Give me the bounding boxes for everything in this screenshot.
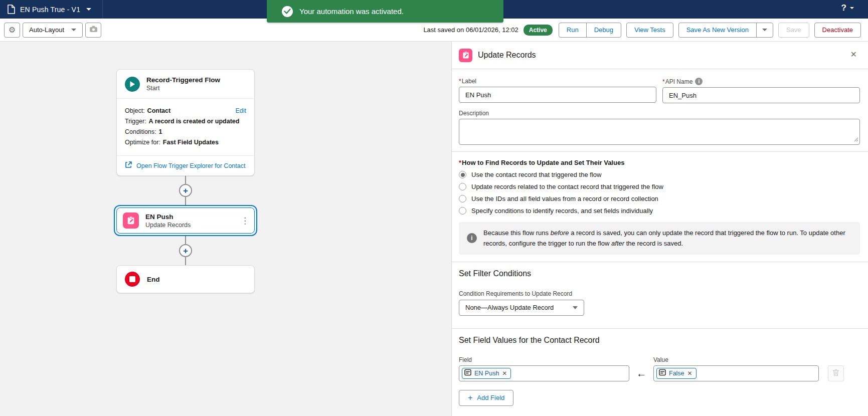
- connector-line: [185, 176, 186, 184]
- connector: +: [179, 176, 192, 205]
- end-stop-icon: [125, 272, 140, 287]
- open-flow-trigger-explorer-link[interactable]: Open Flow Trigger Explorer for Contact: [136, 162, 245, 169]
- radio-icon: [459, 171, 466, 178]
- radio-option-triggering-record[interactable]: Use the contact record that triggered th…: [459, 171, 860, 178]
- deactivate-button[interactable]: Deactivate: [814, 23, 861, 38]
- dropdown-selected-value: None—Always Update Record: [465, 304, 554, 311]
- update-node-subtitle: Update Records: [145, 222, 191, 229]
- panel-header: Update Records ✕: [452, 42, 868, 69]
- connector: +: [179, 236, 192, 265]
- filter-conditions-heading: Set Filter Conditions: [459, 269, 860, 278]
- field-values-section: Set Field Values for the Contact Record …: [452, 329, 868, 413]
- how-to-find-label: *How to Find Records to Update and Set T…: [459, 159, 860, 166]
- info-icon: i: [467, 233, 477, 243]
- connector-line: [185, 197, 186, 205]
- status-badge: Active: [524, 25, 553, 36]
- update-records-node[interactable]: EN Push Update Records ⋮: [116, 207, 255, 234]
- remove-pill-icon[interactable]: ✕: [687, 370, 692, 376]
- help-menu[interactable]: ?: [841, 3, 854, 13]
- trash-icon: [832, 369, 839, 378]
- start-node-details: Object: Contact Edit Trigger: A record i…: [117, 99, 254, 156]
- flow-column: Record-Triggered Flow Start Object: Cont…: [116, 69, 255, 293]
- remove-pill-icon[interactable]: ✕: [502, 370, 507, 376]
- condition-requirements-dropdown[interactable]: None—Always Update Record: [459, 300, 584, 316]
- flow-title-menu-caret-icon[interactable]: [86, 8, 91, 11]
- info-note: i Because this flow runs before a record…: [459, 222, 860, 255]
- api-name-field-label: *API Name i: [662, 78, 860, 85]
- settings-button[interactable]: ⚙: [4, 23, 20, 38]
- condition-requirements-label: Condition Requirements to Update Record: [459, 290, 860, 297]
- resize-grip-icon[interactable]: [854, 136, 858, 143]
- value-input[interactable]: False ✕: [653, 365, 819, 381]
- flow-title: EN Push True - V1: [20, 6, 80, 14]
- node-menu-kebab-icon[interactable]: ⋮: [241, 216, 249, 226]
- layout-selector[interactable]: Auto-Layout: [23, 23, 83, 38]
- gear-icon: ⚙: [9, 26, 16, 34]
- value-pill[interactable]: False ✕: [656, 368, 697, 379]
- save-as-new-version-group: Save As New Version: [678, 23, 773, 38]
- add-element-button[interactable]: +: [179, 184, 192, 197]
- debug-button[interactable]: Debug: [586, 23, 621, 38]
- section-divider: [452, 69, 868, 69]
- external-link-icon: [125, 161, 132, 170]
- save-options-caret-button[interactable]: [756, 23, 773, 38]
- start-node-footer: Open Flow Trigger Explorer for Contact: [117, 156, 254, 175]
- label-field-label: *Label: [459, 78, 656, 85]
- info-icon[interactable]: i: [695, 78, 703, 85]
- radio-icon: [459, 207, 466, 215]
- update-records-icon: [459, 49, 472, 62]
- help-icon: ?: [841, 3, 846, 13]
- chevron-down-icon: [71, 29, 76, 31]
- edit-link[interactable]: Edit: [235, 107, 246, 114]
- update-records-icon: [123, 213, 139, 229]
- view-tests-button[interactable]: View Tests: [626, 23, 673, 38]
- view-options-button[interactable]: [85, 23, 101, 38]
- last-saved-text: Last saved on 06/01/2026, 12:02: [423, 26, 518, 34]
- flow-canvas[interactable]: Record-Triggered Flow Start Object: Cont…: [0, 42, 451, 416]
- update-node-title: EN Push: [145, 213, 191, 221]
- run-button[interactable]: Run: [559, 23, 587, 38]
- api-name-input[interactable]: [662, 87, 860, 103]
- start-detail-row: Optimize for: Fast Field Updates: [125, 139, 246, 146]
- start-detail-row: Object: Contact Edit: [125, 107, 246, 114]
- how-to-find-section: *How to Find Records to Update and Set T…: [452, 152, 868, 262]
- value-column-label: Value: [653, 356, 819, 363]
- start-node-header[interactable]: Record-Triggered Flow Start: [117, 70, 254, 99]
- radio-option-ids-from-record[interactable]: Use the IDs and all field values from a …: [459, 195, 860, 202]
- layout-selector-label: Auto-Layout: [29, 26, 64, 34]
- panel-title: Update Records: [478, 51, 536, 60]
- add-element-button[interactable]: +: [179, 244, 192, 257]
- record-field-icon: [659, 369, 666, 377]
- info-note-text: Because this flow runs before a record i…: [483, 228, 852, 249]
- add-field-button[interactable]: + Add Field: [459, 390, 513, 406]
- label-input[interactable]: [459, 87, 656, 103]
- description-label: Description: [459, 110, 860, 117]
- chevron-down-icon: [573, 306, 578, 309]
- start-node[interactable]: Record-Triggered Flow Start Object: Cont…: [116, 69, 255, 176]
- field-pill[interactable]: EN Push ✕: [462, 368, 511, 379]
- radio-icon: [459, 195, 466, 202]
- radio-icon: [459, 183, 466, 190]
- field-input[interactable]: EN Push ✕: [459, 365, 629, 381]
- start-play-icon: [125, 77, 140, 92]
- run-debug-button-group: Run Debug: [559, 23, 621, 38]
- start-detail-row: Trigger: A record is created or updated: [125, 118, 246, 125]
- delete-row-button[interactable]: [828, 365, 844, 381]
- chevron-down-icon: [850, 7, 854, 9]
- save-button[interactable]: Save: [778, 23, 809, 38]
- chevron-down-icon: [762, 29, 767, 31]
- end-node[interactable]: End: [116, 265, 255, 293]
- field-column-label: Field: [459, 356, 629, 363]
- description-textarea[interactable]: [459, 119, 860, 145]
- radio-option-specify-conditions[interactable]: Specify conditions to identify records, …: [459, 207, 860, 215]
- connector-line: [185, 236, 186, 244]
- radio-option-related-records[interactable]: Update records related to the contact re…: [459, 183, 860, 190]
- assign-arrow-icon: ←: [629, 368, 653, 381]
- camera-icon: [89, 26, 98, 34]
- flow-document-icon: [7, 5, 15, 14]
- connector-line: [185, 257, 186, 265]
- property-editor-panel: Update Records ✕ *Label *API Name i Desc…: [451, 42, 868, 416]
- name-section: *Label *API Name i Description: [452, 78, 868, 145]
- close-icon[interactable]: ✕: [850, 50, 857, 59]
- save-as-new-version-button[interactable]: Save As New Version: [678, 23, 757, 38]
